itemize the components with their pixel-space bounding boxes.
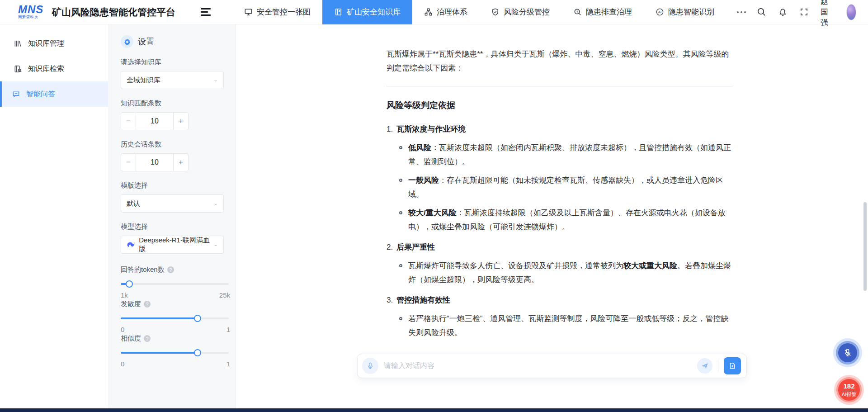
avatar[interactable] (846, 4, 856, 20)
kb-select[interactable]: 全域知识库 ⌄ (121, 71, 224, 89)
token-slider-thumb[interactable] (126, 280, 133, 288)
ai-alarm-button[interactable]: 182 AI报警 (834, 375, 864, 405)
menu-collapse-icon[interactable] (201, 8, 211, 16)
similarity-slider[interactable] (121, 349, 229, 356)
mic-icon[interactable] (362, 358, 378, 374)
logo-text: MNS (18, 5, 43, 14)
list-item: 1. 瓦斯浓度与作业环境 (387, 122, 733, 136)
logo-subtext: 南安森科技 (18, 14, 38, 19)
history-plus-button[interactable]: + (173, 153, 189, 171)
divergence-slider-label: 发散度 ? (121, 300, 224, 308)
mic-muted-icon (843, 348, 853, 358)
list-subitem: 较大/重大风险：瓦斯浓度持续超限（如乙级及以上瓦斯含量）、存在火源或电火花（如设… (399, 206, 733, 234)
settings-header: 设置 (121, 35, 224, 48)
tab-hazard-ai-recognition[interactable]: AI 隐患智能识别 (644, 0, 726, 24)
sidebar-item-kb-search[interactable]: 知识库检索 (0, 56, 108, 81)
tab-hazard-inspection[interactable]: 隐患排查治理 (561, 0, 644, 24)
vertical-scrollbar[interactable] (863, 202, 867, 291)
settings-panel: 设置 请选择知识库 全域知识库 ⌄ 知识匹配条数 − 10 + 历史会话条数 −… (109, 24, 236, 408)
send-icon[interactable] (697, 358, 712, 374)
alarm-label: AI报警 (842, 391, 856, 397)
fullscreen-icon[interactable] (799, 7, 809, 17)
logo: MNS 南安森科技 (18, 5, 46, 19)
list-subitem: 若严格执行“一炮三检”、通风管理、瓦斯监测等制度，风险可降至一般或低等级；反之，… (399, 312, 733, 340)
knowledge-book-icon (334, 8, 343, 16)
circle-bullet (399, 264, 402, 267)
voice-assistant-button[interactable] (833, 338, 862, 367)
help-icon[interactable]: ? (167, 266, 174, 273)
match-count-value[interactable]: 10 (136, 112, 173, 130)
list-subitem: 瓦斯爆炸可能导致多人伤亡、设备损毁及矿井损毁，通常被列为较大或重大风险。若叠加煤… (399, 259, 733, 287)
ai-answer-markdown: 瓦斯爆炸属于**瓦斯类隐患**，具体归类于瓦斯（爆炸、中毒、窒息、燃烧）风险类型… (387, 24, 733, 344)
chat-input-bar (357, 354, 747, 378)
kb-select-label: 请选择知识库 (121, 58, 224, 66)
template-select[interactable]: 默认 ⌄ (121, 194, 224, 213)
answer-scroll-region[interactable]: 瓦斯爆炸属于**瓦斯类隐患**，具体归类于瓦斯（爆炸、中毒、窒息、燃烧）风险类型… (236, 24, 868, 344)
sidebar-item-kb-management[interactable]: 知识库管理 (0, 31, 108, 56)
history-count-stepper: − 10 + (121, 153, 189, 171)
match-count-stepper: − 10 + (121, 112, 189, 130)
tab-safety-map[interactable]: 安全管控一张图 (232, 0, 322, 24)
chevron-down-icon: ⌄ (213, 77, 218, 82)
divider (718, 360, 718, 372)
section-heading: 风险等级判定依据 (387, 98, 733, 112)
template-select-label: 模版选择 (121, 181, 224, 190)
divergence-slider[interactable] (121, 315, 229, 322)
chat-area: 瓦斯爆炸属于**瓦斯类隐患**，具体归类于瓦斯（爆炸、中毒、窒息、燃烧）风险类型… (236, 24, 868, 408)
more-tabs-icon[interactable] (726, 0, 757, 24)
chat-message-input[interactable] (384, 362, 697, 370)
book-search-icon (14, 65, 22, 73)
chevron-down-icon: ⌄ (213, 242, 218, 247)
sidebar-item-smart-qa[interactable]: 智能问答 (0, 81, 108, 107)
footer-bar (0, 408, 868, 412)
gear-icon (121, 35, 133, 48)
similarity-slider-thumb[interactable] (194, 349, 201, 356)
upload-file-button[interactable] (724, 357, 741, 374)
history-count-value[interactable]: 10 (136, 153, 173, 171)
alarm-count-badge: 182 (843, 383, 854, 390)
divergence-slider-thumb[interactable] (194, 315, 201, 322)
history-minus-button[interactable]: − (121, 153, 136, 171)
page-title: 矿山风险隐患智能化管控平台 (52, 6, 175, 19)
divergence-slider-range: 0 1 (121, 326, 230, 333)
deepseek-whale-icon (127, 242, 135, 248)
tab-mine-knowledge-base[interactable]: 矿山安全知识库 (322, 0, 412, 24)
token-slider-range: 1k 25k (121, 291, 230, 299)
tab-governance-system[interactable]: 治理体系 (412, 0, 479, 24)
match-minus-button[interactable]: − (121, 112, 136, 130)
top-bar: MNS 南安森科技 矿山风险隐患智能化管控平台 安全管控一张图 矿山安全知识库 … (0, 0, 868, 24)
dashboard-icon (244, 8, 253, 16)
sidebar: 知识库管理 知识库检索 智能问答 (0, 24, 108, 408)
similarity-slider-range: 0 1 (121, 360, 230, 368)
match-plus-button[interactable]: + (173, 112, 189, 130)
divider (387, 86, 733, 86)
match-count-label: 知识匹配条数 (121, 99, 224, 108)
token-slider-label: 回答的token数 ? (121, 265, 224, 274)
list-subitem: 一般风险：存在瓦斯超限可能（如未按规定检查瓦斯、传感器缺失），或人员违章进入危险… (399, 173, 733, 201)
model-select-label: 模型选择 (121, 223, 224, 231)
circle-bullet (399, 179, 402, 182)
list-item: 2. 后果严重性 (387, 240, 733, 254)
inspect-search-icon (573, 8, 582, 16)
notification-bell-icon[interactable] (778, 7, 788, 17)
similarity-slider-label: 相似度 ? (121, 334, 224, 343)
circle-bullet (399, 317, 402, 320)
chevron-down-icon: ⌄ (213, 201, 218, 206)
circle-bullet (399, 211, 402, 214)
qa-chat-icon (12, 90, 20, 99)
help-icon[interactable]: ? (144, 335, 151, 342)
header-actions: 赵国强 (757, 0, 868, 28)
model-select[interactable]: Deepseek-R1-联网满血版 ⌄ (121, 236, 224, 254)
sitemap-icon (424, 8, 433, 16)
answer-paragraph: 瓦斯爆炸属于**瓦斯类隐患**，具体归类于瓦斯（爆炸、中毒、窒息、燃烧）风险类型… (387, 47, 733, 75)
history-count-label: 历史会话条数 (121, 140, 224, 149)
search-icon[interactable] (757, 7, 766, 17)
help-icon[interactable]: ? (144, 301, 151, 308)
svg-text:AI: AI (658, 10, 661, 14)
user-name[interactable]: 赵国强 (821, 0, 835, 28)
tab-risk-grading[interactable]: 风险分级管控 (479, 0, 561, 24)
token-slider[interactable] (121, 280, 229, 288)
list-subitem: 低风险：瓦斯浓度未超限（如密闭内瓦斯积聚、排放浓度未超标），且管控措施有效（如通… (399, 141, 733, 169)
ai-circle-icon: AI (656, 8, 664, 16)
shield-check-icon (491, 8, 500, 16)
